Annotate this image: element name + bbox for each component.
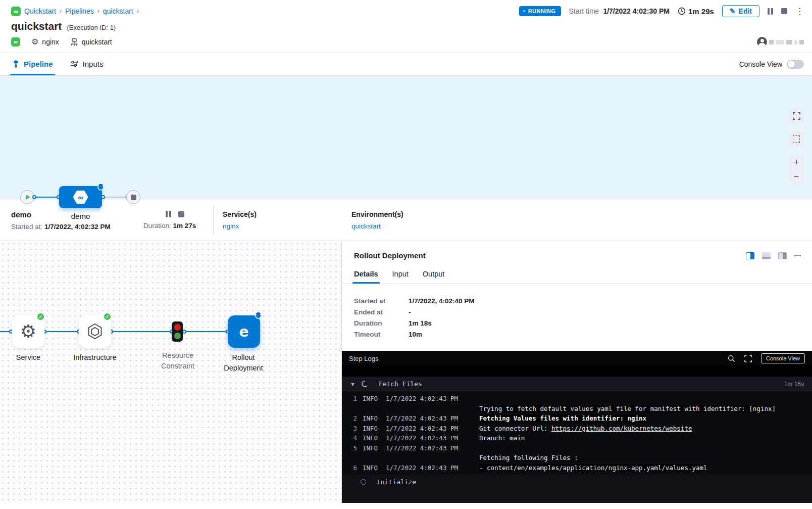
expand-logs-icon[interactable] — [744, 355, 752, 362]
zoom-out-button[interactable]: − — [789, 169, 804, 184]
redacted-text — [799, 40, 804, 44]
environment-tag[interactable]: quickstart — [70, 38, 112, 46]
tab-pipeline[interactable]: Pipeline — [12, 53, 53, 75]
stage-pause-button[interactable] — [166, 211, 171, 217]
breadcrumb-link-pipeline-name[interactable]: quickstart — [103, 7, 133, 15]
detail-row: Started at 1/7/2022, 4:02:40 PM — [354, 297, 800, 305]
traffic-red-icon — [174, 324, 181, 331]
pause-execution-button[interactable] — [768, 8, 773, 15]
user-avatar-icon — [757, 37, 767, 47]
user-avatars — [757, 37, 804, 47]
stage-label: demo — [59, 212, 102, 220]
view-tabbar: Pipeline Inputs Console View — [0, 52, 812, 76]
harness-stage-icon: ∞ — [73, 191, 88, 204]
clock-icon — [678, 7, 686, 15]
tab-details[interactable]: Details — [354, 270, 378, 284]
redacted-text — [776, 40, 784, 44]
console-filler — [342, 489, 812, 503]
stage-abort-button[interactable] — [178, 211, 184, 217]
log-line: 2 INFO 1/7/2022 4:02:43 PM Fetching Valu… — [342, 413, 812, 424]
log-section-initialize[interactable]: Initialize — [342, 474, 812, 489]
layout-split-bottom-button[interactable] — [762, 252, 771, 259]
services-label: Service(s) — [223, 210, 351, 218]
stage-summary-bar: demo Started at: 1/7/2022, 4:02:32 PM Du… — [0, 200, 812, 241]
log-line: Fetching following Files : — [342, 453, 812, 463]
log-section-fetch-files[interactable]: ▼ Fetch Files 1m 16s — [342, 377, 812, 391]
console-view-toggle[interactable] — [787, 60, 804, 69]
pipeline-stage-canvas[interactable]: ∞ demo + − — [0, 76, 812, 200]
cd-module-icon: ∞ — [11, 37, 20, 47]
breadcrumb-separator: › — [60, 8, 62, 15]
redacted-text — [786, 40, 792, 44]
tab-inputs[interactable]: Inputs — [70, 53, 104, 75]
stage-duration: 1m 27s — [173, 222, 196, 229]
fullscreen-icon — [793, 112, 800, 120]
abort-execution-button[interactable] — [781, 8, 787, 14]
minimize-panel-button[interactable] — [794, 255, 801, 256]
detail-row: Duration 1m 18s — [354, 319, 800, 327]
section-title: Fetch Files — [379, 380, 422, 388]
log-line: 6 INFO 1/7/2022 4:02:43 PM - content/en/… — [342, 463, 812, 473]
environments-label: Environment(s) — [351, 210, 480, 218]
step-details-list: Started at 1/7/2022, 4:02:40 PM Ended at… — [342, 284, 812, 351]
detail-row: Timeout 10m — [354, 331, 800, 338]
more-options-button[interactable]: ⋮ — [795, 8, 804, 15]
success-check-icon: ✓ — [103, 312, 112, 321]
detail-row: Ended at - — [354, 308, 800, 316]
log-link[interactable]: https://github.com/kubernetes/website — [551, 425, 692, 432]
service-link[interactable]: nginx — [223, 222, 351, 230]
breadcrumb-separator: › — [97, 8, 99, 15]
log-line: 3 INFO 1/7/2022 4:02:43 PM Git connector… — [342, 424, 812, 434]
pencil-icon: ✎ — [730, 7, 736, 15]
tab-output[interactable]: Output — [423, 270, 445, 284]
step-label-resource-constraint: Resource Constraint — [153, 350, 202, 372]
edge-demo-to-end — [104, 197, 128, 198]
running-spinner-icon — [255, 312, 262, 319]
step-logs-title: Step Logs — [349, 355, 379, 362]
search-icon[interactable] — [728, 355, 735, 362]
pipeline-icon — [12, 60, 20, 68]
rollout-deployment-icon: e — [239, 323, 249, 340]
edge-start-to-demo — [36, 197, 60, 198]
layout-split-right-button[interactable] — [746, 252, 754, 259]
service-gear-icon: ⚙ — [20, 322, 36, 341]
traffic-green-icon — [174, 333, 181, 339]
execution-graph-canvas[interactable]: ⚙ ✓ ✓ e Service Infrastructure Resource … — [0, 241, 342, 503]
spinner-icon — [362, 381, 368, 387]
running-spinner-icon — [97, 184, 104, 191]
log-line: 4 INFO 1/7/2022 4:02:43 PM Branch: main — [342, 433, 812, 443]
layout-panel-right-button[interactable] — [778, 252, 787, 259]
environment-link[interactable]: quickstart — [351, 222, 480, 230]
pipeline-end-node — [126, 190, 140, 204]
breadcrumb-link-pipelines[interactable]: Pipelines — [65, 7, 94, 15]
log-line: 1 INFO 1/7/2022 4:02:43 PM — [342, 394, 812, 404]
log-line: 5 INFO 1/7/2022 4:02:43 PM — [342, 443, 812, 453]
top-bar: ∞ Quickstart › Pipelines › quickstart › … — [0, 0, 812, 19]
step-label-service: Service — [7, 352, 49, 363]
zoom-in-button[interactable]: + — [789, 155, 804, 169]
section-duration: 1m 16s — [784, 381, 804, 388]
chevron-down-icon[interactable]: ▼ — [350, 381, 356, 387]
breadcrumb: ∞ Quickstart › Pipelines › quickstart › — [11, 7, 139, 16]
step-panel-title: Rollout Deployment — [354, 251, 426, 260]
step-node-resource-constraint[interactable] — [172, 321, 183, 342]
fullscreen-button[interactable] — [789, 108, 804, 123]
edge — [44, 331, 79, 332]
step-node-rollout-deployment[interactable]: e — [228, 315, 260, 348]
breadcrumb-link-quickstart[interactable]: Quickstart — [24, 7, 56, 15]
inputs-icon — [70, 60, 79, 68]
tab-input[interactable]: Input — [392, 270, 409, 284]
console-view-label: Console View — [739, 60, 782, 68]
divider — [213, 206, 214, 235]
edit-button[interactable]: ✎ Edit — [722, 5, 759, 17]
section-title: Initialize — [377, 478, 416, 486]
connector-port — [101, 195, 105, 199]
gear-icon: ⚙ — [31, 38, 38, 46]
stage-node-demo[interactable]: ∞ — [59, 186, 102, 208]
redacted-text — [769, 40, 774, 44]
service-tag[interactable]: ⚙ nginx — [31, 38, 59, 46]
connector-port — [32, 195, 36, 199]
pending-status-icon — [361, 479, 366, 485]
marquee-select-button[interactable] — [789, 131, 804, 147]
console-view-button[interactable]: Console View — [761, 353, 805, 363]
